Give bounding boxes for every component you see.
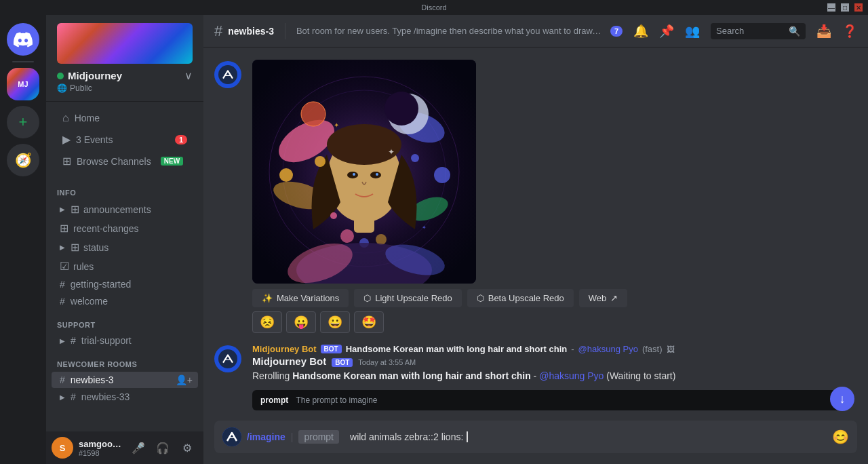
command-input-value[interactable]: wild animals zebra::2 lions: bbox=[350, 426, 463, 448]
action-buttons-row: ✨ Make Variations ⬡ Light Upscale Redo ⬡… bbox=[252, 289, 857, 307]
server-banner bbox=[57, 23, 193, 64]
sidebar-item-browse[interactable]: ⊞ Browse Channels NEW bbox=[52, 151, 198, 172]
inbox-button[interactable]: 📥 bbox=[816, 24, 831, 39]
command-separator: | bbox=[291, 431, 294, 442]
prompt-tooltip: prompt The prompt to imagine bbox=[252, 390, 846, 410]
server-name: Midjourney bbox=[57, 70, 122, 81]
channel-trial-support[interactable]: ▶ # trial-support bbox=[52, 332, 198, 349]
pin-button[interactable]: 📌 bbox=[659, 24, 674, 39]
sidebar-item-home[interactable]: ⌂ Home bbox=[52, 108, 198, 128]
image-icon: 🖼 bbox=[667, 345, 675, 354]
channel-hash-icon: # bbox=[60, 279, 65, 290]
command-text: /imagine bbox=[247, 431, 285, 442]
channel-status[interactable]: ▶ ⊞ status bbox=[52, 238, 198, 256]
web-button[interactable]: Web ↗ bbox=[579, 289, 628, 307]
events-icon: ▶ bbox=[62, 133, 71, 146]
globe-icon: 🌐 bbox=[57, 83, 67, 93]
section-info-label: INFO bbox=[57, 189, 198, 197]
message-input-wrapper[interactable]: /imagine | prompt wild animals zebra::2 … bbox=[214, 421, 857, 453]
beta-upscale-button[interactable]: ⬡ Beta Upscale Redo bbox=[467, 289, 574, 307]
svg-point-35 bbox=[222, 427, 241, 446]
sidebar: Midjourney ∨ 🌐 Public ⌂ Home ▶ 3 Events … bbox=[46, 15, 203, 464]
scroll-down-icon: ↓ bbox=[840, 392, 846, 406]
bot-badge: BOT bbox=[332, 358, 353, 367]
channel-getting-started[interactable]: # getting-started bbox=[52, 276, 198, 292]
server-name-row[interactable]: Midjourney ∨ bbox=[57, 69, 193, 82]
svg-point-21 bbox=[376, 173, 378, 176]
reaction-btn-2[interactable]: 😛 bbox=[286, 311, 316, 333]
cursor-blink bbox=[467, 431, 468, 442]
events-badge: 1 bbox=[175, 135, 187, 144]
svg-point-17 bbox=[327, 124, 401, 165]
header-divider bbox=[285, 23, 285, 39]
bot-author-name: Midjourney Bot bbox=[252, 355, 326, 367]
midjourney-server-icon[interactable]: MJ bbox=[7, 68, 39, 100]
svg-point-19 bbox=[370, 172, 381, 178]
mute-button[interactable]: 🎤 bbox=[127, 437, 149, 459]
emoji-picker-button[interactable]: 😊 bbox=[832, 429, 849, 445]
channel-header: # newbies-3 Bot room for new users. Type… bbox=[203, 15, 868, 47]
search-input[interactable] bbox=[716, 26, 785, 36]
server-bar: MJ + 🧭 bbox=[0, 15, 46, 464]
minimize-button[interactable]: — bbox=[827, 3, 835, 12]
reaction-btn-1[interactable]: 😣 bbox=[252, 311, 282, 333]
channel-list: INFO ▶ ⊞ announcements ⊞ recent-changes … bbox=[46, 178, 203, 431]
channel-hash-icon: # bbox=[71, 335, 76, 346]
section-support-label: SUPPORT bbox=[57, 321, 198, 329]
reaction-btn-3[interactable]: 😀 bbox=[320, 311, 350, 333]
dash-separator: - bbox=[571, 344, 574, 354]
ai-generated-image[interactable]: ✦ ✦ ✦ bbox=[252, 60, 476, 284]
reaction-btn-4[interactable]: 🤩 bbox=[354, 311, 384, 333]
user-info: samgoodw... #1598 bbox=[79, 439, 122, 457]
make-variations-button[interactable]: ✨ Make Variations bbox=[252, 289, 349, 307]
light-upscale-button[interactable]: ⬡ Light Upscale Redo bbox=[354, 289, 461, 307]
svg-point-0 bbox=[218, 65, 237, 84]
notifications-button[interactable]: 🔔 bbox=[633, 24, 648, 39]
members-button[interactable]: 👥 bbox=[685, 24, 700, 39]
message-input-area: /imagine | prompt wild animals zebra::2 … bbox=[203, 421, 868, 464]
sidebar-item-events[interactable]: ▶ 3 Events 1 bbox=[52, 129, 198, 150]
user-discriminator: #1598 bbox=[79, 449, 122, 457]
bot-avatar-2 bbox=[214, 345, 241, 372]
channel-hash-icon: ⊞ bbox=[71, 203, 79, 216]
member-count-badge: 7 bbox=[610, 26, 623, 37]
channel-expand-icon: ▶ bbox=[60, 206, 65, 213]
bot-avatar bbox=[214, 61, 241, 88]
titlebar: Discord — □ ✕ bbox=[0, 0, 868, 15]
svg-point-18 bbox=[347, 172, 358, 178]
bot-name-inline: Midjourney Bot bbox=[252, 344, 317, 354]
channel-hash-icon: # bbox=[60, 296, 65, 307]
svg-point-10 bbox=[384, 92, 418, 125]
channel-rules[interactable]: ☑ rules bbox=[52, 257, 198, 275]
prompt-label: prompt bbox=[260, 395, 288, 405]
browse-icon: ⊞ bbox=[62, 155, 71, 168]
discord-home-icon[interactable] bbox=[7, 23, 39, 56]
maximize-button[interactable]: □ bbox=[841, 3, 849, 12]
channel-expand-icon: ▶ bbox=[60, 393, 65, 401]
channel-hash-icon: ☑ bbox=[60, 260, 69, 273]
channel-expand-icon: ▶ bbox=[60, 244, 65, 251]
channel-welcome[interactable]: # welcome bbox=[52, 293, 198, 309]
svg-text:✦: ✦ bbox=[422, 225, 427, 231]
deafen-button[interactable]: 🎧 bbox=[152, 437, 174, 459]
channel-announcements[interactable]: ▶ ⊞ announcements bbox=[52, 200, 198, 218]
scroll-to-bottom-button[interactable]: ↓ bbox=[830, 387, 854, 411]
settings-button[interactable]: ⚙ bbox=[176, 437, 198, 459]
speed-label: (fast) bbox=[642, 344, 663, 354]
mention-reroll[interactable]: @haksung Pyo bbox=[539, 370, 604, 381]
section-info: INFO bbox=[46, 178, 203, 199]
search-bar[interactable]: 🔍 bbox=[711, 23, 806, 39]
close-button[interactable]: ✕ bbox=[854, 3, 863, 12]
variations-icon: ✨ bbox=[262, 293, 273, 303]
bot-badge-inline: BOT bbox=[321, 345, 342, 353]
channel-recent-changes[interactable]: ⊞ recent-changes bbox=[52, 219, 198, 237]
sidebar-nav: ⌂ Home ▶ 3 Events 1 ⊞ Browse Channels NE… bbox=[46, 102, 203, 178]
channel-newbies-33[interactable]: ▶ # newbies-33 bbox=[52, 389, 198, 405]
bot-header-line: Midjourney Bot BOT Handsome Korean man w… bbox=[252, 344, 857, 354]
channel-newbies-3[interactable]: # newbies-3 👤+ bbox=[52, 372, 198, 388]
channel-hash-icon: # bbox=[60, 374, 65, 385]
help-button[interactable]: ❓ bbox=[842, 24, 857, 39]
discover-servers-button[interactable]: 🧭 bbox=[7, 144, 39, 176]
add-server-button[interactable]: + bbox=[7, 106, 39, 138]
svg-point-14 bbox=[279, 168, 293, 182]
